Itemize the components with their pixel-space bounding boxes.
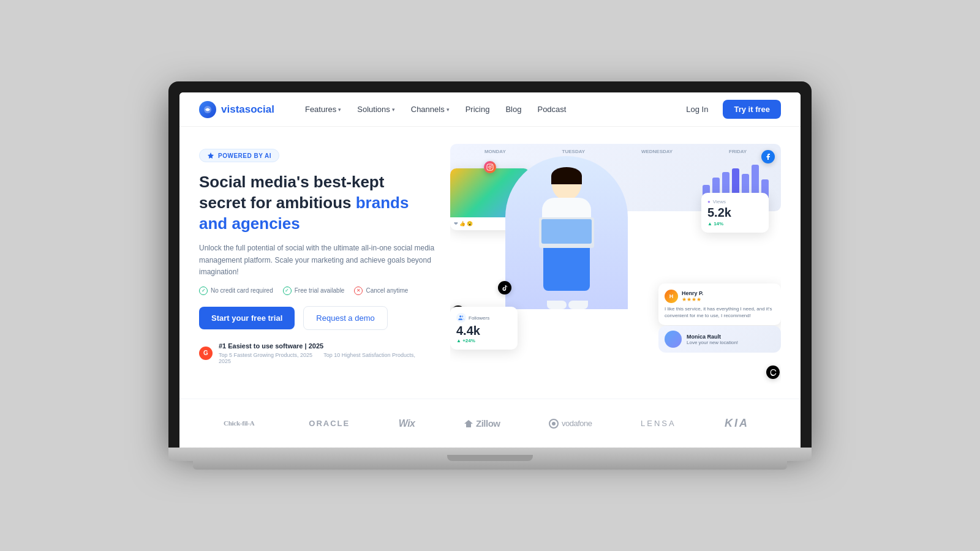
- logos-bar: Chick-fil-A ORACLE Wix Zillow v: [179, 399, 801, 448]
- views-value: 5.2k: [707, 206, 763, 220]
- trust-cancel: ✕ Cancel anytime: [354, 287, 408, 295]
- logo-wix: Wix: [399, 418, 415, 429]
- followers-card: Followers 4.4k ▲ +24%: [450, 307, 518, 350]
- try-free-button[interactable]: Try it free: [723, 100, 781, 119]
- hero-description: Unlock the full potential of social with…: [199, 242, 438, 278]
- cal-monday: MONDAY: [484, 149, 506, 154]
- cal-wednesday: WEDNESDAY: [641, 149, 673, 154]
- nav-pricing[interactable]: Pricing: [459, 101, 496, 118]
- logo-icon: [199, 101, 216, 118]
- cal-friday: FRIDAY: [729, 149, 747, 154]
- followers-value: 4.4k: [456, 324, 511, 338]
- facebook-icon: [761, 150, 775, 163]
- logo-vodafone: vodafone: [549, 419, 592, 429]
- vodafone-circle: [549, 419, 559, 429]
- views-change: ▲ 14%: [707, 221, 763, 227]
- screen-bezel: vistasocial Features ▾ Solutions ▾ Chann…: [168, 81, 812, 448]
- views-label: ● Views: [707, 199, 763, 204]
- svg-text:Chick-fil-A: Chick-fil-A: [224, 419, 255, 427]
- nav-links: Features ▾ Solutions ▾ Channels ▾ Pricin…: [299, 101, 679, 118]
- logo-kia: KIA: [725, 416, 756, 431]
- trust-no-cc: ✓ No credit card required: [199, 287, 273, 295]
- cal-tuesday: TUESDAY: [562, 149, 586, 154]
- laptop-frame: vistasocial Features ▾ Solutions ▾ Chann…: [168, 81, 812, 470]
- instagram-badge: [484, 161, 496, 173]
- person-illustration: [505, 156, 628, 309]
- request-demo-button[interactable]: Request a demo: [303, 306, 387, 330]
- henry-review-card: H Henry P. ★★★★ I like this service, it …: [658, 283, 781, 325]
- navigation: vistasocial Features ▾ Solutions ▾ Chann…: [179, 92, 801, 127]
- nav-channels[interactable]: Channels ▾: [405, 101, 456, 118]
- g2-section: G #1 Easiest to use software | 2025 Top …: [199, 342, 438, 364]
- svg-text:KIA: KIA: [725, 417, 749, 429]
- hero-section: POWERED BY AI Social media's best-kept s…: [179, 127, 801, 399]
- svg-point-5: [459, 315, 461, 317]
- threads-icon: [766, 365, 780, 379]
- henry-name: Henry P.: [682, 290, 703, 296]
- monica-message: Love your new location!: [687, 340, 738, 345]
- hero-left: POWERED BY AI Social media's best-kept s…: [199, 144, 438, 386]
- laptop-base: [168, 448, 812, 461]
- henry-review-text: I like this service, it has everything I…: [665, 305, 775, 319]
- views-stats-card: ● Views 5.2k ▲ 14%: [701, 193, 769, 233]
- svg-rect-2: [487, 164, 493, 170]
- g2-logo: G: [199, 347, 213, 360]
- logo-link[interactable]: vistasocial: [199, 101, 274, 118]
- ai-badge: POWERED BY AI: [199, 149, 279, 162]
- hero-title: Social media's best-kept secret for ambi…: [199, 172, 438, 234]
- nav-features[interactable]: Features ▾: [299, 101, 347, 118]
- bar-chart: [703, 161, 769, 198]
- logo-oracle: ORACLE: [309, 419, 350, 428]
- logo-zillow: Zillow: [464, 418, 500, 429]
- nav-solutions[interactable]: Solutions ▾: [351, 101, 401, 118]
- check-icon-trial: ✓: [283, 287, 292, 295]
- nav-podcast[interactable]: Podcast: [531, 101, 572, 118]
- logo-chickfila: Chick-fil-A: [224, 414, 260, 433]
- calendar-header: MONDAY TUESDAY WEDNESDAY FRIDAY: [456, 149, 775, 154]
- g2-text: #1 Easiest to use software | 2025: [219, 342, 438, 350]
- nav-actions: Log In Try it free: [679, 100, 781, 119]
- logo-lensa: LENSA: [641, 419, 676, 428]
- features-chevron: ▾: [338, 107, 341, 113]
- check-icon-cc: ✓: [199, 287, 208, 295]
- followers-icon: [456, 313, 466, 323]
- laptop-foot: [193, 461, 787, 470]
- monica-name: Monica Rault: [687, 334, 738, 340]
- henry-stars: ★★★★: [682, 296, 703, 302]
- cta-row: Start your free trial Request a demo: [199, 306, 438, 330]
- start-trial-button[interactable]: Start your free trial: [199, 307, 295, 329]
- solutions-chevron: ▾: [392, 107, 395, 113]
- followers-label: Followers: [469, 315, 489, 321]
- followers-header: Followers: [456, 313, 511, 323]
- trust-free-trial: ✓ Free trial available: [283, 287, 345, 295]
- login-button[interactable]: Log In: [679, 101, 715, 118]
- tiktok-icon: [498, 281, 511, 294]
- x-icon-cancel: ✕: [354, 287, 363, 295]
- svg-marker-7: [464, 420, 473, 427]
- monica-avatar: [665, 331, 682, 348]
- svg-marker-1: [208, 152, 214, 159]
- svg-point-3: [489, 166, 491, 168]
- review-header: H Henry P. ★★★★: [665, 290, 775, 303]
- henry-avatar: H: [665, 290, 678, 303]
- g2-sub-text: Top 5 Fastest Growing Products, 2025 Top…: [219, 352, 438, 364]
- trust-row: ✓ No credit card required ✓ Free trial a…: [199, 287, 438, 295]
- laptop-notch: [447, 455, 533, 461]
- nav-blog[interactable]: Blog: [499, 101, 527, 118]
- svg-point-4: [491, 165, 492, 167]
- channels-chevron: ▾: [447, 107, 450, 113]
- logo-text: vistasocial: [221, 103, 274, 116]
- monica-card: Monica Rault Love your new location!: [658, 326, 781, 353]
- screen: vistasocial Features ▾ Solutions ▾ Chann…: [179, 92, 801, 448]
- hero-illustration: MONDAY TUESDAY WEDNESDAY FRIDAY: [450, 144, 781, 386]
- followers-change: ▲ +24%: [456, 338, 511, 343]
- monica-info: Monica Rault Love your new location!: [687, 334, 738, 345]
